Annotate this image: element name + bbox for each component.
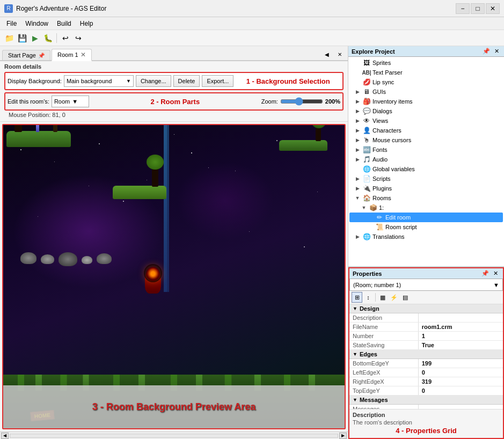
tree-item-lipsync[interactable]: 💋 Lip sync	[349, 77, 503, 87]
props-pin-btn[interactable]: 📌	[480, 270, 491, 277]
explorer-title-bar: Explore Project 📌 ✕	[348, 46, 504, 57]
props-row-description[interactable]: Description	[349, 313, 503, 323]
tree-item-globalvars[interactable]: 🌐 Global variables	[349, 164, 503, 174]
tab-nav-left[interactable]: ◀	[321, 48, 333, 60]
expand-icon: ▶	[354, 147, 361, 153]
props-events-btn[interactable]: ⚡	[389, 292, 399, 303]
h-scrollbar[interactable]: ◀ ▶	[0, 431, 348, 439]
statesaving-prop-name: StateSaving	[349, 341, 419, 349]
collapse-icon: ▼	[353, 397, 357, 403]
tab-room1[interactable]: Room 1 ✕	[52, 49, 92, 61]
tree-item-audio[interactable]: ▶ 🎵 Audio	[349, 155, 503, 164]
filename-prop-name: FileName	[349, 323, 419, 331]
mousecursors-icon: 🖱	[362, 136, 371, 144]
props-section-edges[interactable]: ▼ Edges	[349, 350, 503, 359]
props-desc-title: Description	[353, 412, 500, 418]
scroll-right-btn[interactable]: ▶	[339, 433, 347, 439]
props-close-btn[interactable]: ✕	[492, 270, 500, 277]
expand-icon	[367, 214, 374, 221]
tree-item-scripts[interactable]: ▶ 📄 Scripts	[349, 174, 503, 184]
tree-item-plugins[interactable]: ▶ 🔌 Plugins	[349, 184, 503, 193]
messages-prop-name: Messages	[349, 405, 419, 409]
minimize-button[interactable]: −	[456, 3, 470, 14]
props-row-bottomedgey[interactable]: BottomEdgeY 199	[349, 359, 503, 368]
tree-item-fonts[interactable]: ▶ 🔤 Fonts	[349, 145, 503, 155]
props-row-leftedgex[interactable]: LeftEdgeX 0	[349, 368, 503, 377]
tree-item-room1[interactable]: ▼ 📦 1:	[349, 203, 503, 213]
tree-item-views[interactable]: ▶ 👁 Views	[349, 116, 503, 126]
leftedgex-prop-value: 0	[419, 368, 503, 377]
props-section-messages[interactable]: ▼ Messages	[349, 396, 503, 405]
h-scroll-track[interactable]	[10, 434, 338, 438]
scroll-left-btn[interactable]: ◀	[1, 433, 9, 439]
tree-item-translations[interactable]: ▶ 🌐 Translations	[349, 232, 503, 242]
tree-view[interactable]: 🖼 Sprites AB| Text Parser 💋 Lip sync	[348, 57, 504, 266]
props-row-messages[interactable]: Messages	[349, 405, 503, 409]
room-dropdown[interactable]: Room ▼	[52, 96, 89, 107]
props-section-design[interactable]: ▼ Design	[349, 304, 503, 313]
expand-icon: ▶	[354, 127, 361, 134]
plugins-icon: 🔌	[362, 184, 371, 193]
props-row-statesaving[interactable]: StateSaving True	[349, 341, 503, 350]
expand-icon: ▶	[354, 156, 361, 163]
mouse-pos-label: Mouse Position:	[9, 112, 50, 118]
guis-label: GUIs	[372, 89, 386, 95]
room-parts-annotation: 2 - Room Parts	[91, 98, 259, 106]
characters-icon: 👤	[362, 126, 371, 135]
tree-item-editroom[interactable]: ✏ Edit room	[349, 213, 503, 222]
export-button[interactable]: Export...	[202, 75, 233, 87]
explorer-pin-btn[interactable]: 📌	[481, 48, 492, 55]
toolbar-redo-btn[interactable]: ↪	[72, 32, 84, 44]
room-canvas-inner: HOME 3 - Room Background Preview Area	[3, 125, 345, 428]
menu-file[interactable]: File	[2, 19, 21, 28]
props-categorized-btn[interactable]: ⊞	[352, 292, 362, 303]
change-button[interactable]: Change...	[136, 75, 171, 87]
tree-item-textparser[interactable]: AB| Text Parser	[349, 68, 503, 77]
tree-item-characters[interactable]: ▶ 👤 Characters	[349, 126, 503, 135]
toolbar-debug-btn[interactable]: 🐛	[42, 32, 54, 44]
props-dropdown[interactable]: (Room; number 1) ▼	[349, 279, 503, 291]
translations-icon: 🌐	[362, 232, 371, 241]
textparser-icon: AB|	[362, 68, 371, 77]
zoom-slider[interactable]	[280, 98, 323, 105]
tree-item-roomscript[interactable]: 📜 Room script	[349, 222, 503, 232]
toolbar-new-btn[interactable]: 📁	[3, 32, 15, 44]
tab-close-icon[interactable]: ✕	[81, 51, 86, 58]
tree-item-inventory[interactable]: ▶ 🎒 Inventory items	[349, 97, 503, 106]
props-row-topedgey[interactable]: TopEdgeY 0	[349, 386, 503, 396]
rooms-icon: 🏠	[362, 194, 371, 202]
tab-start-page[interactable]: Start Page 📌	[2, 50, 50, 60]
room-canvas-area[interactable]: HOME 3 - Room Background Preview Area	[2, 124, 346, 429]
props-desc-text: The room's description	[353, 419, 500, 426]
tab-nav-right[interactable]: ✕	[334, 48, 346, 60]
props-row-rightedgex[interactable]: RightEdgeX 319	[349, 377, 503, 386]
toolbar-save-btn[interactable]: 💾	[16, 32, 28, 44]
props-grid[interactable]: ▼ Design Description FileName room1.crm …	[349, 304, 503, 409]
menu-help[interactable]: Help	[76, 19, 98, 28]
toolbar-undo-btn[interactable]: ↩	[60, 32, 71, 44]
props-row-filename[interactable]: FileName room1.crm	[349, 323, 503, 332]
props-other-btn[interactable]: ▤	[400, 292, 411, 303]
tree-item-dialogs[interactable]: ▶ 💬 Dialogs	[349, 106, 503, 116]
close-button[interactable]: ✕	[486, 3, 500, 14]
messages-section-label: Messages	[360, 397, 388, 403]
audio-icon: 🎵	[362, 155, 371, 164]
tree-item-rooms[interactable]: ▼ 🏠 Rooms	[349, 193, 503, 203]
props-grid-btn[interactable]: ▦	[377, 292, 388, 303]
explorer-close-btn[interactable]: ✕	[493, 48, 501, 55]
toolbar-run-btn[interactable]: ▶	[29, 32, 41, 44]
menu-build[interactable]: Build	[53, 19, 76, 28]
props-alpha-btn[interactable]: ↕	[363, 292, 374, 303]
maximize-button[interactable]: □	[471, 3, 485, 14]
tree-item-mousecursors[interactable]: ▶ 🖱 Mouse cursors	[349, 135, 503, 145]
leftedgex-prop-name: LeftEdgeX	[349, 368, 419, 377]
expand-icon: ▶	[354, 89, 361, 95]
tree-item-guis[interactable]: ▶ 🖥 GUIs	[349, 87, 503, 97]
props-row-number[interactable]: Number 1	[349, 332, 503, 341]
delete-button[interactable]: Delete	[173, 75, 200, 87]
tree-item-sprites[interactable]: 🖼 Sprites	[349, 58, 503, 68]
menu-window[interactable]: Window	[21, 19, 53, 28]
description-prop-value[interactable]	[419, 313, 503, 322]
bg-dropdown[interactable]: Main background ▼	[64, 75, 134, 87]
explorer-title: Explore Project	[352, 48, 395, 55]
